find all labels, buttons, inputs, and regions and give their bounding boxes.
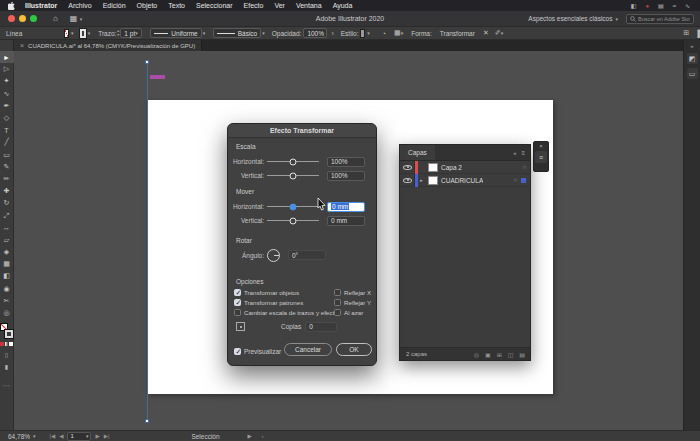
paintbrush-tool[interactable]: ✎ (0, 161, 14, 173)
layer-name[interactable]: CUADRICULA (441, 177, 483, 184)
properties-panel-icon[interactable]: ▭ (687, 68, 698, 79)
none-button[interactable] (9, 342, 13, 346)
slider-knob[interactable] (290, 217, 297, 224)
layer-name[interactable]: Capa 2 (441, 164, 462, 171)
shaper-tool[interactable]: ✚ (0, 185, 14, 197)
stroke-dropdown-icon[interactable]: ▾ (88, 30, 91, 36)
graphic-style-swatch[interactable] (360, 29, 365, 38)
shape-builder-tool[interactable]: ◈ (0, 246, 14, 258)
menu-ventana[interactable]: Ventana (296, 2, 322, 9)
fill-stroke-indicator[interactable] (0, 323, 13, 338)
checkbox[interactable] (334, 309, 341, 316)
opacity-field[interactable]: 100% (303, 28, 327, 38)
menu-seleccionar[interactable]: Seleccionar (196, 2, 233, 9)
panel-menu-icon[interactable]: ≡ (521, 150, 525, 156)
scale-vertical-slider[interactable] (267, 175, 319, 176)
direct-selection-tool[interactable]: ▷ (0, 63, 14, 75)
artboard-number-field[interactable]: 1▾ (67, 432, 91, 441)
anchor-point-top[interactable] (145, 60, 149, 64)
zoom-window-button[interactable] (30, 15, 37, 22)
home-icon[interactable]: ⌂ (53, 14, 58, 23)
status-icon[interactable]: ▤ (658, 2, 664, 9)
width-profile-dropdown-icon[interactable]: ▾ (203, 30, 206, 36)
width-profile-dropdown[interactable]: Uniforme (150, 28, 202, 38)
menu-archivo[interactable]: Archivo (68, 2, 91, 9)
status-icon[interactable]: ∿ (685, 2, 690, 9)
collapse-panel-icon[interactable]: « (513, 150, 516, 156)
draw-mode-icon[interactable]: ▯ (5, 351, 8, 358)
close-dock-icon[interactable]: × (539, 142, 543, 150)
stroke-proxy[interactable] (5, 330, 13, 338)
edit-toolbar-icon[interactable]: ⋯ (3, 382, 10, 390)
layer-row-capa2[interactable]: Capa 2 ○ (400, 161, 530, 174)
visibility-eye-icon[interactable] (403, 165, 412, 170)
copies-field[interactable]: 0 (305, 322, 337, 332)
document-tab[interactable]: × CUADRICULA.ai* al 64,78% (CMYK/Previsu… (14, 40, 202, 51)
record-status-icon[interactable]: ● (645, 3, 649, 9)
new-layer-icon[interactable]: ◫ (508, 351, 514, 358)
free-transform-tool[interactable]: ▱ (0, 234, 14, 246)
menu-efecto[interactable]: Efecto (244, 2, 264, 9)
scissors-tool[interactable]: ✂ (0, 295, 14, 307)
angle-field[interactable]: 0° (288, 250, 326, 260)
rectangle-tool[interactable]: ▭ (0, 149, 14, 161)
menu-ver[interactable]: Ver (274, 2, 285, 9)
move-horizontal-field[interactable]: 0 mm (327, 202, 365, 212)
option-scale-strokes[interactable]: Cambiar escala de trazos y efectos (234, 308, 341, 317)
select-similar-icon[interactable]: ▦▾ (394, 29, 403, 37)
color-panel-icon[interactable]: ◩ (687, 53, 698, 64)
menu-objeto[interactable]: Objeto (137, 2, 158, 9)
arrange-documents-icon[interactable]: ▦ ▾ (70, 14, 82, 23)
checkbox[interactable] (334, 289, 341, 296)
dock-icon[interactable]: ▐ (695, 30, 700, 37)
minimize-window-button[interactable] (19, 15, 26, 22)
checkbox[interactable] (334, 299, 341, 306)
clipping-mask-icon[interactable]: ▣ (485, 351, 491, 358)
reference-point-locator[interactable] (236, 322, 245, 331)
color-button[interactable] (0, 342, 4, 346)
magic-wand-tool[interactable]: ✦ (0, 75, 14, 87)
prev-artboard-icon[interactable]: ◀ (59, 433, 63, 439)
delete-layer-icon[interactable]: ▤ (519, 351, 525, 358)
status-expand-icon[interactable]: ‹ (262, 433, 264, 439)
move-horizontal-slider[interactable] (267, 206, 319, 207)
layer-row-cuadricula[interactable]: ▸ CUADRICULA ○ (400, 174, 530, 187)
visibility-eye-icon[interactable] (403, 178, 412, 183)
line-tool[interactable]: ╱ (0, 136, 14, 148)
move-vertical-field[interactable]: 0 mm (327, 216, 365, 226)
fill-swatch[interactable] (64, 29, 69, 38)
option-transform-patterns[interactable]: Transformar patrones (234, 298, 303, 307)
target-circle-icon[interactable]: ○ (522, 164, 530, 170)
search-input[interactable] (638, 16, 690, 22)
type-tool[interactable]: T (0, 124, 14, 136)
expand-layer-icon[interactable]: ▸ (418, 177, 425, 183)
checkbox[interactable] (234, 309, 241, 316)
layer-thumbnail[interactable] (428, 176, 438, 185)
status-icon[interactable]: ≈ (673, 3, 676, 9)
ok-button[interactable]: OK (336, 343, 372, 356)
first-artboard-icon[interactable]: |◀ (50, 433, 56, 439)
close-window-button[interactable] (8, 15, 15, 22)
slider-knob-active[interactable] (290, 203, 297, 210)
style-dropdown-icon[interactable]: ▾ (367, 30, 370, 36)
menu-texto[interactable]: Texto (168, 2, 185, 9)
preview-checkbox[interactable] (234, 348, 241, 355)
apple-menu-icon[interactable] (8, 2, 15, 10)
target-circle-icon[interactable]: ○ (513, 177, 521, 183)
status-play-icon[interactable]: ▶ (248, 433, 252, 439)
menu-edicion[interactable]: Edición (103, 2, 126, 9)
layers-tab[interactable]: Capas (400, 145, 435, 160)
selection-tool[interactable]: ► (0, 51, 14, 63)
scale-vertical-field[interactable]: 100% (327, 171, 365, 181)
next-artboard-icon[interactable]: ▶ (95, 433, 99, 439)
locate-object-icon[interactable]: ◎ (474, 351, 479, 358)
transform-link[interactable]: Transformar (440, 30, 475, 37)
zoom-tool[interactable]: ◎ (0, 307, 14, 319)
zoom-level-dropdown[interactable]: 64,78% ▾ (8, 433, 36, 440)
option-random[interactable]: Al azar (334, 308, 363, 317)
recolor-artwork-icon[interactable]: ◔ (382, 30, 386, 37)
angle-dial[interactable] (267, 249, 280, 262)
layers-dock-icon[interactable]: ≡ (535, 151, 547, 163)
preview-option[interactable]: Previsualizar (234, 347, 281, 356)
stroke-weight-field[interactable]: 1 pt▾ (120, 28, 141, 38)
